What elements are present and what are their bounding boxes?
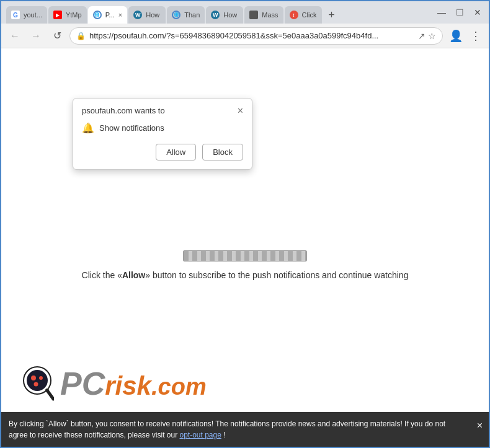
pcrisk-logo-area: PC risk .com bbox=[20, 363, 207, 403]
bottom-bar-text-end: ! bbox=[223, 431, 225, 439]
allow-highlight: Allow bbox=[122, 270, 145, 280]
back-button[interactable]: ← bbox=[6, 27, 24, 45]
notification-popup: psoufauh.com wants to × 🔔 Show notificat… bbox=[73, 98, 252, 170]
browser-window: G yout... ▶ YtMp 🌐 P... × W How 🌐 Than bbox=[0, 0, 490, 448]
lock-icon: 🔒 bbox=[76, 32, 86, 40]
tab-bar: G yout... ▶ YtMp 🌐 P... × W How 🌐 Than bbox=[6, 1, 341, 24]
popup-subtitle: Show notifications bbox=[99, 123, 164, 133]
content-area: psoufauh.com wants to × 🔔 Show notificat… bbox=[1, 48, 489, 447]
tab-label-click: Click bbox=[302, 11, 317, 19]
block-button[interactable]: Block bbox=[202, 144, 243, 160]
allow-button[interactable]: Allow bbox=[156, 144, 196, 160]
tab-favicon-how2: W bbox=[211, 11, 220, 19]
progress-area: Click the «Allow» button to subscribe to… bbox=[82, 250, 409, 282]
tab-label-mass: Mass bbox=[262, 11, 278, 19]
progress-bar-fill bbox=[184, 251, 306, 261]
svg-point-4 bbox=[34, 382, 38, 387]
tab-label-than: Than bbox=[184, 11, 200, 19]
tab-ytmp[interactable]: ▶ YtMp bbox=[48, 6, 87, 24]
url-text: https://psoufauh.com/?s=6594836890420595… bbox=[89, 31, 414, 40]
svg-point-2 bbox=[31, 376, 36, 380]
tab-favicon-mass bbox=[249, 11, 258, 19]
tab-favicon-click: ! bbox=[290, 11, 298, 19]
tab-click[interactable]: ! Click bbox=[285, 6, 322, 24]
pcrisk-text: PC risk .com bbox=[60, 365, 207, 402]
pcrisk-logo-icon bbox=[20, 363, 54, 403]
tab-label-p: P... bbox=[105, 11, 115, 19]
popup-row: 🔔 Show notifications bbox=[82, 122, 243, 134]
tab-favicon-ytmp: ▶ bbox=[53, 11, 62, 19]
title-bar: G yout... ▶ YtMp 🌐 P... × W How 🌐 Than bbox=[1, 1, 489, 24]
nav-bar: ← → ↺ 🔒 https://psoufauh.com/?s=65948368… bbox=[1, 24, 489, 48]
new-tab-button[interactable]: + bbox=[323, 6, 341, 24]
address-icons: ↗ ☆ bbox=[418, 31, 436, 41]
tab-favicon-how1: W bbox=[133, 11, 142, 19]
minimize-button[interactable]: — bbox=[435, 6, 448, 19]
tab-favicon-youtube: G bbox=[11, 11, 20, 19]
tab-mass[interactable]: Mass bbox=[244, 6, 283, 24]
opt-out-link[interactable]: opt-out page bbox=[179, 431, 221, 439]
share-icon[interactable]: ↗ bbox=[418, 31, 425, 41]
tab-how1[interactable]: W How bbox=[128, 6, 166, 24]
tab-p[interactable]: 🌐 P... × bbox=[88, 6, 128, 24]
pc-text: PC bbox=[60, 365, 105, 402]
risk-text: risk bbox=[105, 371, 151, 401]
tab-close-p[interactable]: × bbox=[118, 11, 122, 19]
popup-title: psoufauh.com wants to bbox=[82, 106, 165, 115]
popup-buttons: Allow Block bbox=[82, 144, 243, 160]
tab-favicon-p: 🌐 bbox=[93, 11, 102, 19]
tab-favicon-than: 🌐 bbox=[172, 11, 180, 19]
progress-bar bbox=[183, 250, 307, 261]
bottom-bar-close-button[interactable]: × bbox=[477, 418, 483, 433]
tab-label-youtube: yout... bbox=[24, 11, 42, 19]
refresh-button[interactable]: ↺ bbox=[48, 27, 66, 45]
tab-how2[interactable]: W How bbox=[206, 6, 243, 24]
com-text: .com bbox=[151, 374, 207, 400]
close-button[interactable]: ✕ bbox=[471, 6, 484, 19]
bottom-notification-bar: By clicking `Allow` button, you consent … bbox=[1, 412, 489, 447]
bell-icon: 🔔 bbox=[82, 122, 94, 134]
menu-icon[interactable]: ⋮ bbox=[468, 28, 484, 44]
maximize-button[interactable]: ☐ bbox=[453, 6, 466, 19]
bookmark-icon[interactable]: ☆ bbox=[428, 31, 436, 41]
svg-point-1 bbox=[27, 370, 48, 391]
svg-point-6 bbox=[45, 389, 49, 392]
tab-youtube[interactable]: G yout... bbox=[6, 6, 47, 24]
popup-close-button[interactable]: × bbox=[238, 106, 243, 116]
bottom-bar-text: By clicking `Allow` button, you consent … bbox=[9, 419, 445, 439]
tab-label-how1: How bbox=[146, 11, 159, 19]
profile-icon[interactable]: 👤 bbox=[447, 28, 465, 44]
tab-label-ytmp: YtMp bbox=[66, 11, 82, 19]
forward-button[interactable]: → bbox=[27, 27, 45, 45]
address-bar[interactable]: 🔒 https://psoufauh.com/?s=65948368904205… bbox=[69, 27, 443, 45]
progress-text: Click the «Allow» button to subscribe to… bbox=[82, 269, 409, 282]
window-controls: — ☐ ✕ bbox=[435, 6, 484, 19]
svg-point-3 bbox=[39, 376, 43, 380]
popup-header: psoufauh.com wants to × bbox=[82, 106, 243, 116]
tab-than[interactable]: 🌐 Than bbox=[167, 6, 205, 24]
tab-label-how2: How bbox=[223, 11, 237, 19]
nav-right-icons: 👤 ⋮ bbox=[447, 28, 484, 44]
